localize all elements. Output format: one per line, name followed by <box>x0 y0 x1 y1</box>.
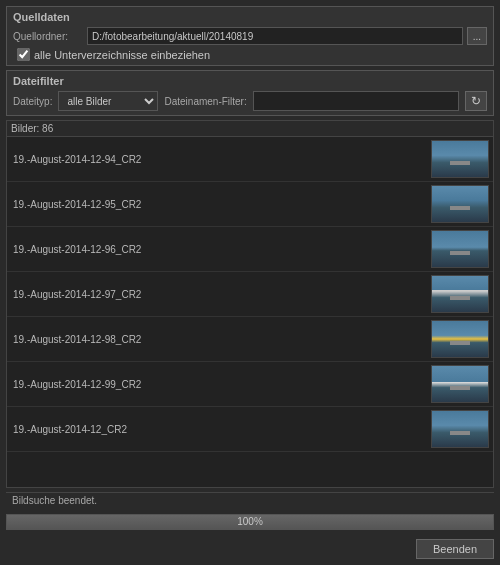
browse-button[interactable]: ... <box>467 27 487 45</box>
image-name: 19.-August-2014-12-97_CR2 <box>13 289 431 300</box>
status-bar: Bildsuche beendet. <box>6 492 494 508</box>
refresh-button[interactable]: ↻ <box>465 91 487 111</box>
list-item[interactable]: 19.-August-2014-12-96_CR2 <box>7 227 493 272</box>
list-item[interactable]: 19.-August-2014-12_CR2 <box>7 407 493 452</box>
source-folder-row: Quellordner: ... <box>13 27 487 45</box>
image-thumbnail <box>431 185 489 223</box>
filter-row: Dateityp: alle Bilder JPEG RAW TIFF Date… <box>13 91 487 111</box>
image-thumbnail <box>431 410 489 448</box>
source-path-input[interactable] <box>87 27 463 45</box>
type-label: Dateityp: <box>13 96 52 107</box>
source-folder-label: Quellordner: <box>13 31 83 42</box>
subdirectory-row: alle Unterverzeichnisse einbeziehen <box>13 48 487 61</box>
quelldaten-section: Quelldaten Quellordner: ... alle Unterve… <box>6 6 494 66</box>
progress-container: 100% <box>6 514 494 530</box>
dateifilter-title: Dateifilter <box>13 75 487 87</box>
image-name: 19.-August-2014-12-99_CR2 <box>13 379 431 390</box>
image-name: 19.-August-2014-12-95_CR2 <box>13 199 431 210</box>
dateifilter-section: Dateifilter Dateityp: alle Bilder JPEG R… <box>6 70 494 116</box>
image-thumbnail <box>431 275 489 313</box>
main-container: Quelldaten Quellordner: ... alle Unterve… <box>0 0 500 565</box>
images-list[interactable]: 19.-August-2014-12-94_CR2 19.-August-201… <box>7 137 493 487</box>
list-item[interactable]: 19.-August-2014-12-98_CR2 <box>7 317 493 362</box>
list-item[interactable]: 19.-August-2014-12-94_CR2 <box>7 137 493 182</box>
name-filter-label: Dateinamen-Filter: <box>164 96 246 107</box>
type-select[interactable]: alle Bilder JPEG RAW TIFF <box>58 91 158 111</box>
subdirectory-label: alle Unterverzeichnisse einbeziehen <box>34 49 210 61</box>
image-thumbnail <box>431 230 489 268</box>
progress-label: 100% <box>237 516 263 527</box>
status-message: Bildsuche beendet. <box>12 495 97 506</box>
quelldaten-title: Quelldaten <box>13 11 487 23</box>
list-item[interactable]: 19.-August-2014-12-99_CR2 <box>7 362 493 407</box>
beenden-button[interactable]: Beenden <box>416 539 494 559</box>
list-item[interactable]: 19.-August-2014-12-95_CR2 <box>7 182 493 227</box>
subdirectory-checkbox[interactable] <box>17 48 30 61</box>
bottom-row: Beenden <box>6 536 494 559</box>
list-item[interactable]: 19.-August-2014-12-97_CR2 <box>7 272 493 317</box>
images-count: Bilder: 86 <box>7 121 493 137</box>
images-section: Bilder: 86 19.-August-2014-12-94_CR2 19.… <box>6 120 494 488</box>
image-name: 19.-August-2014-12-96_CR2 <box>13 244 431 255</box>
image-name: 19.-August-2014-12-98_CR2 <box>13 334 431 345</box>
image-thumbnail <box>431 320 489 358</box>
image-name: 19.-August-2014-12-94_CR2 <box>13 154 431 165</box>
image-name: 19.-August-2014-12_CR2 <box>13 424 431 435</box>
image-thumbnail <box>431 365 489 403</box>
name-filter-input[interactable] <box>253 91 459 111</box>
image-thumbnail <box>431 140 489 178</box>
